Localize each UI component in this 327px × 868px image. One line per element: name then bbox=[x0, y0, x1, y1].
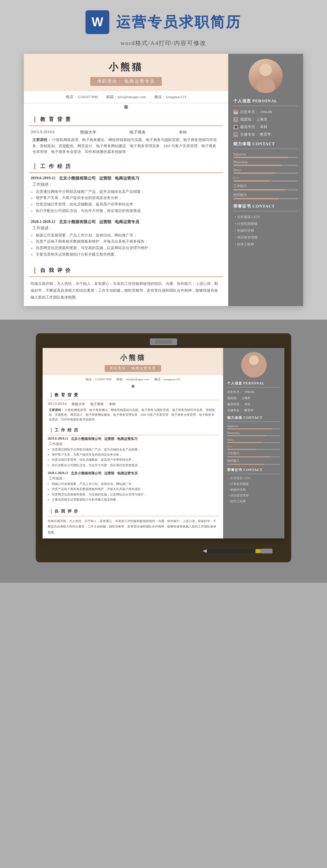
skill-item-3: C++ bbox=[233, 176, 298, 182]
location-item: 📍 现居地： 上海市 bbox=[233, 117, 298, 122]
svg-rect-4 bbox=[206, 549, 261, 553]
pen-decoration bbox=[43, 538, 284, 552]
skill-section-title-small: 能力体现 CONTACT bbox=[227, 415, 280, 422]
cert-item-0: 大学英语 CET6 bbox=[233, 215, 298, 219]
personal-section-title: 个人信息 PERSONAL bbox=[233, 98, 298, 106]
resume-right-large: 个人信息 PERSONAL 📅 出生年月： 1994.06 📍 现居地： 上海市… bbox=[228, 54, 303, 306]
list-item: 维护客户关系，为客户提供专业的咨询及业务分析； bbox=[36, 195, 221, 201]
education-section-title: 教 育 背 景 bbox=[29, 113, 223, 126]
svg-rect-5 bbox=[261, 549, 272, 553]
course-text: 主要课程： 计算机网络原理、电子商务概论、网络营销基础与实践、电子商务与国际贸易… bbox=[31, 137, 221, 155]
work-block-small-2: 2020.1-2020.12 北京小熊猫有限公司 运营部 电商运营专员 工作描述… bbox=[43, 471, 223, 505]
job-badge-small: 求职意向： 电商运营专员 bbox=[105, 365, 161, 372]
work-block-1: 2019.6-2019.12 北京小熊猫有限公司 运营部 电商运营实习 工作描述… bbox=[24, 175, 228, 218]
photo-area bbox=[249, 59, 283, 93]
work-bullets-2: 根据公司发展需要，产品上市计划、促销活动、网站推广等； 负责产品电子商务相关数据… bbox=[31, 232, 221, 258]
skill-small-1: Photoshop bbox=[227, 431, 280, 436]
work-desc-label-2: 工作描述： bbox=[31, 226, 221, 231]
work-header-small-1: 2019.6-2019.12 北京小熊猫有限公司 运营部 电商运营实习 bbox=[48, 437, 218, 441]
major-item-small: 主修专业： 教育学 bbox=[227, 408, 280, 413]
skill-item-4: 工作能力 bbox=[233, 184, 298, 191]
work-desc-small-1: 工作描述： bbox=[48, 442, 218, 446]
main-title: 运营专员求职简历 bbox=[116, 13, 242, 32]
edu-block-small: 2015.9-2019.6 熊猫大学 电子商务 本科 主要课程： 计算机网络原理… bbox=[43, 401, 223, 424]
work-desc-small-2: 工作描述： bbox=[48, 476, 218, 481]
divider-dot-small bbox=[131, 385, 135, 388]
svg-point-1 bbox=[256, 79, 275, 93]
word-icon: W bbox=[85, 10, 109, 34]
skill-item-1: Photoshop bbox=[233, 160, 298, 166]
contact-bar-small: 电话：12345677890 邮箱：info@tukuppt.com 微信：xi… bbox=[43, 375, 223, 384]
work-header-small-2: 2020.1-2020.12 北京小熊猫有限公司 运营部 电商运营专员 bbox=[48, 471, 218, 476]
work-desc-label-1: 工作描述： bbox=[31, 182, 221, 187]
skill-bar bbox=[233, 165, 298, 166]
divider-dot bbox=[124, 105, 128, 109]
list-item: 负责店铺日常管理、优化店铺数据、提高用户存率和转化率； bbox=[52, 457, 218, 462]
sub-title: word格式/A4打印/内容可修改 bbox=[121, 39, 206, 47]
edu-row-small: 2015.9-2019.6 熊猫大学 电子商务 本科 bbox=[48, 402, 218, 407]
cert-small-0: 大学英语 CET6 bbox=[227, 476, 280, 481]
work-title-small: 工 作 经 历 bbox=[47, 426, 219, 435]
top-section: W 运营专员求职简历 word格式/A4打印/内容可修改 小熊猫 求职意向： 电… bbox=[0, 0, 327, 320]
cert-item-1: 计算机四级级 bbox=[233, 222, 298, 226]
skill-small-2: Java+ bbox=[227, 438, 280, 443]
skill-bar bbox=[233, 172, 298, 174]
skill-bar bbox=[233, 198, 298, 199]
work-block-small-1: 2019.6-2019.12 北京小熊猫有限公司 运营部 电商运营实习 工作描述… bbox=[43, 436, 223, 471]
clipboard-wrapper: 小熊猫 求职意向： 电商运营专员 电话：12345677890 邮箱：info@… bbox=[36, 333, 291, 562]
birth-year-item: 📅 出生年月： 1994.06 bbox=[233, 109, 298, 115]
cert-small-2: 初级经济师 bbox=[227, 488, 280, 492]
svg-marker-6 bbox=[203, 549, 207, 553]
cert-section-title: 荣誉证书 CONTACT bbox=[233, 203, 298, 211]
svg-point-2 bbox=[249, 355, 259, 365]
work-section-title: 工 作 经 历 bbox=[29, 161, 223, 173]
resume-card-large: 小熊猫 求职意向： 电商运营专员 电话：12345677890 邮箱：info@… bbox=[24, 54, 303, 306]
self-eval-section-title: 自 我 评 价 bbox=[29, 264, 223, 277]
self-eval: 性格乐观开朗，为人热忱，乐于助人，富有爱心；丰富的工作经验和较强的组织、沟通、协… bbox=[24, 279, 228, 306]
self-eval-title-small: 自 我 评 价 bbox=[47, 507, 219, 516]
course-text-small: 主要课程： 计算机网络原理、电子商务概论、网络营销基础与实践、电子商务与国际贸易… bbox=[48, 408, 218, 422]
work-block-2: 2020.1-2020.12 北京小熊猫有限公司 运营部 电商运营专员 工作描述… bbox=[24, 218, 228, 262]
resume-left-small: 小熊猫 求职意向： 电商运营专员 电话：12345677890 邮箱：info@… bbox=[43, 348, 223, 538]
person-name: 小熊猫 bbox=[31, 61, 221, 74]
skill-bar bbox=[233, 180, 298, 182]
list-item: 执行并配合公司团队活动，与合作方对接，保证项目的有效推进。 bbox=[52, 463, 218, 468]
svg-point-3 bbox=[246, 367, 261, 378]
clipboard-board: 小熊猫 求职意向： 电商运营专员 电话：12345677890 邮箱：info@… bbox=[36, 333, 291, 562]
major-item: 📚 主修专业： 教育学 bbox=[233, 132, 298, 137]
personal-section-title-small: 个人信息 PERSONAL bbox=[227, 381, 280, 387]
edu-row: 2015.9-2019.6 熊猫大学 电子商务 本科 bbox=[31, 130, 221, 135]
list-item: 负责通过网络平台帮助店铺推广产品，提升店铺排名及产品销量； bbox=[52, 447, 218, 452]
photo-area-small bbox=[241, 352, 267, 378]
edu-title-small: 教 育 背 景 bbox=[47, 391, 219, 400]
list-item: 负责通过网络平台帮助店铺推广产品，提升店铺排名及产品销量； bbox=[36, 188, 221, 195]
resume-card-small: 小熊猫 求职意向： 电商运营专员 电话：12345677890 邮箱：info@… bbox=[43, 348, 284, 538]
bottom-section: 小熊猫 求职意向： 电商运营专员 电话：12345677890 邮箱：info@… bbox=[0, 320, 327, 583]
list-item: 负责网货信息搜索和更新，与交易的实施，以及网站后台管理与维护； bbox=[52, 492, 218, 497]
edu-item-small: 最高学历： 本科 bbox=[227, 402, 280, 407]
self-eval-small: 性格乐观开朗，为人热忱，乐于助人，富有爱心；丰富的工作经验和较强的组织、沟通、协… bbox=[43, 517, 223, 538]
header-bar: W 运营专员求职简历 bbox=[14, 10, 313, 34]
cert-small-3: 供应链管理师 bbox=[227, 494, 280, 498]
work-header-1: 2019.6-2019.12 北京小熊猫有限公司 运营部 电商运营实习 bbox=[31, 176, 221, 181]
list-item: 负责产品电子商务相关数据搜集和维护，并每天出具电子商务报告； bbox=[52, 487, 218, 492]
skill-bar bbox=[233, 189, 298, 191]
birth-item-small: 出生年月： 1994.06 bbox=[227, 390, 280, 394]
skill-item-2: Java+ bbox=[233, 168, 298, 174]
skill-small-5: 组织能力 bbox=[227, 459, 280, 465]
skill-small-4: 工作能力 bbox=[227, 452, 280, 457]
work-bullets-small-2: 根据公司发展需要，产品上市计划、促销活动、网站推广等； 负责产品电子商务相关数据… bbox=[48, 482, 218, 502]
list-item: 维护客户关系，为客户提供专业的咨询及业务分析； bbox=[52, 452, 218, 457]
svg-rect-7 bbox=[255, 549, 261, 553]
photo-placeholder bbox=[249, 59, 283, 93]
list-item: 主要负责相关运营数据统计分析并建立相关档案。 bbox=[52, 497, 218, 502]
left-header-small: 小熊猫 求职意向： 电商运营专员 bbox=[43, 348, 223, 375]
skill-small-3: C++ bbox=[227, 445, 280, 450]
left-header: 小熊猫 求职意向： 电商运营专员 bbox=[24, 54, 228, 91]
work-bullets-1: 负责通过网络平台帮助店铺推广产品，提升店铺排名及产品销量； 维护客户关系，为客户… bbox=[31, 188, 221, 214]
skill-bar bbox=[233, 157, 298, 158]
svg-point-0 bbox=[260, 64, 272, 76]
work-bullets-small-1: 负责通过网络平台帮助店铺推广产品，提升店铺排名及产品销量； 维护客户关系，为客户… bbox=[48, 447, 218, 468]
person-name-small: 小熊猫 bbox=[48, 353, 218, 362]
skill-small-0: Sqlserver bbox=[227, 424, 280, 429]
